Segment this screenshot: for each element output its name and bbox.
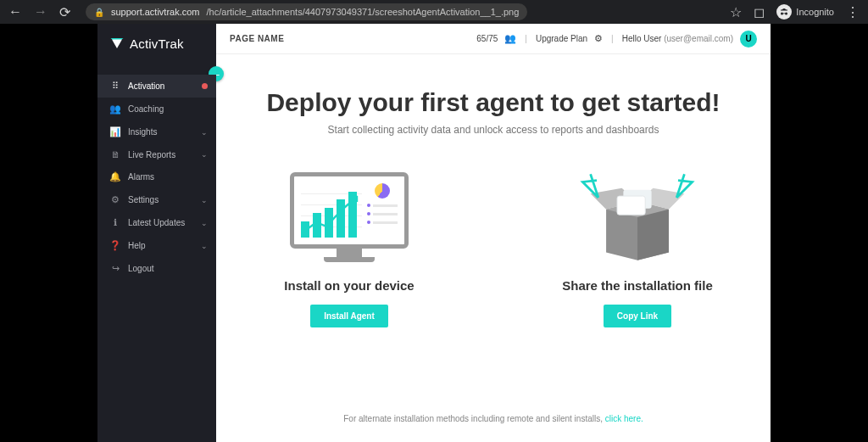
sidebar-item-live-reports[interactable]: 🗎Live Reports⌄ xyxy=(97,143,216,165)
chevron-down-icon: ⌄ xyxy=(201,150,208,159)
forward-icon[interactable]: → xyxy=(34,4,47,20)
people-icon: 👥 xyxy=(109,104,121,115)
sidebar-item-label: Activation xyxy=(128,81,164,91)
page-gutter-left xyxy=(0,24,97,442)
kebab-icon[interactable]: ⋮ xyxy=(846,4,860,20)
sidebar-item-label: Help xyxy=(128,241,146,250)
grid-icon: ⠿ xyxy=(109,81,121,92)
share-card: Share the installation file Copy Link xyxy=(544,166,731,327)
user-email: (user@email.com) xyxy=(664,34,733,43)
topbar: PAGE NAME 65/75 👥 | Upgrade Plan ⚙ | Hel… xyxy=(216,24,771,54)
sidebar-item-insights[interactable]: 📊Insights⌄ xyxy=(97,120,216,143)
url-bar[interactable]: 🔒 support.activtrak.com/hc/article_attac… xyxy=(86,3,527,20)
url-path: /hc/article_attachments/4407973049371/sc… xyxy=(207,7,520,17)
report-icon: 🗎 xyxy=(109,149,121,159)
star-icon[interactable]: ☆ xyxy=(730,4,742,20)
extensions-icon[interactable]: ◻ xyxy=(754,4,765,20)
install-card: Install on your device Install Agent xyxy=(256,166,442,327)
copy-link-button[interactable]: Copy Link xyxy=(604,305,671,327)
sidebar-item-label: Settings xyxy=(128,195,159,204)
sidebar-item-help[interactable]: ❓Help⌄ xyxy=(97,234,216,257)
logo-text: ActivTrak xyxy=(130,36,184,51)
chevron-down-icon: ⌄ xyxy=(201,196,208,204)
app-frame: ActivTrak – ⠿Activation👥Coaching📊Insight… xyxy=(97,24,771,442)
greeting-text: Hello User xyxy=(622,34,662,43)
upgrade-plan-link[interactable]: Upgrade Plan xyxy=(536,34,587,43)
install-card-title: Install on your device xyxy=(284,278,414,293)
chevron-down-icon: ⌄ xyxy=(201,219,208,227)
browser-toolbar: ← → ⟳ 🔒 support.activtrak.com/hc/article… xyxy=(0,0,868,24)
chevron-down-icon: ⌄ xyxy=(201,128,208,137)
gear-icon: ⚙ xyxy=(109,194,121,205)
pie-chart-icon xyxy=(367,183,398,238)
footnote-text: For alternate installation methods inclu… xyxy=(343,414,605,423)
bar-chart-icon xyxy=(301,183,362,238)
open-box-illustration xyxy=(574,166,701,268)
bell-icon: 🔔 xyxy=(109,171,121,182)
sidebar-item-coaching[interactable]: 👥Coaching xyxy=(97,98,216,120)
chevron-down-icon: ⌄ xyxy=(201,242,208,250)
incognito-badge: Incognito xyxy=(776,4,834,20)
monitor-illustration xyxy=(281,166,417,268)
sidebar: ActivTrak – ⠿Activation👥Coaching📊Insight… xyxy=(97,24,216,442)
svg-marker-2 xyxy=(112,40,122,49)
page-title: PAGE NAME xyxy=(230,34,284,43)
sidebar-item-label: Coaching xyxy=(128,104,164,114)
avatar[interactable]: U xyxy=(740,31,757,48)
reload-icon[interactable]: ⟳ xyxy=(59,4,70,20)
logo-icon xyxy=(109,36,125,51)
content: Deploy your first agent to get started! … xyxy=(216,54,771,442)
sidebar-item-label: Logout xyxy=(128,264,154,273)
hero-title: Deploy your first agent to get started! xyxy=(266,88,720,117)
logout-icon: ↪ xyxy=(109,263,121,274)
sidebar-item-alarms[interactable]: 🔔Alarms xyxy=(97,165,216,188)
license-count: 65/75 xyxy=(476,34,498,43)
logo[interactable]: ActivTrak xyxy=(97,24,216,63)
gear-icon[interactable]: ⚙ xyxy=(594,33,603,44)
sidebar-item-latest-updates[interactable]: ℹLatest Updates⌄ xyxy=(97,211,216,234)
install-agent-button[interactable]: Install Agent xyxy=(310,305,388,327)
sidebar-item-settings[interactable]: ⚙Settings⌄ xyxy=(97,188,216,211)
svg-rect-0 xyxy=(783,14,785,14)
share-card-title: Share the installation file xyxy=(562,278,713,293)
notification-dot xyxy=(202,83,208,89)
page-gutter-right xyxy=(771,24,868,442)
svg-rect-9 xyxy=(617,196,645,215)
sidebar-item-logout[interactable]: ↪Logout xyxy=(97,257,216,280)
separator: | xyxy=(525,34,527,43)
lock-icon: 🔒 xyxy=(94,8,104,17)
back-icon[interactable]: ← xyxy=(8,4,22,20)
sidebar-item-activation[interactable]: ⠿Activation xyxy=(97,75,216,98)
incognito-label: Incognito xyxy=(796,7,834,17)
sidebar-item-label: Alarms xyxy=(128,172,154,182)
info-icon: ℹ xyxy=(109,217,121,228)
sidebar-item-label: Latest Updates xyxy=(128,218,185,227)
help-icon: ❓ xyxy=(109,240,121,251)
users-icon: 👥 xyxy=(504,33,516,44)
url-host: support.activtrak.com xyxy=(111,7,200,17)
footnote: For alternate installation methods inclu… xyxy=(343,414,643,423)
sidebar-item-label: Insights xyxy=(128,127,157,137)
stats-icon: 📊 xyxy=(109,126,121,137)
separator: | xyxy=(611,34,614,43)
sidebar-item-label: Live Reports xyxy=(128,150,175,159)
main-area: PAGE NAME 65/75 👥 | Upgrade Plan ⚙ | Hel… xyxy=(216,24,771,442)
footnote-link[interactable]: click here. xyxy=(605,414,643,423)
incognito-icon xyxy=(776,4,792,20)
hero-subtitle: Start collecting activity data and unloc… xyxy=(328,124,659,136)
